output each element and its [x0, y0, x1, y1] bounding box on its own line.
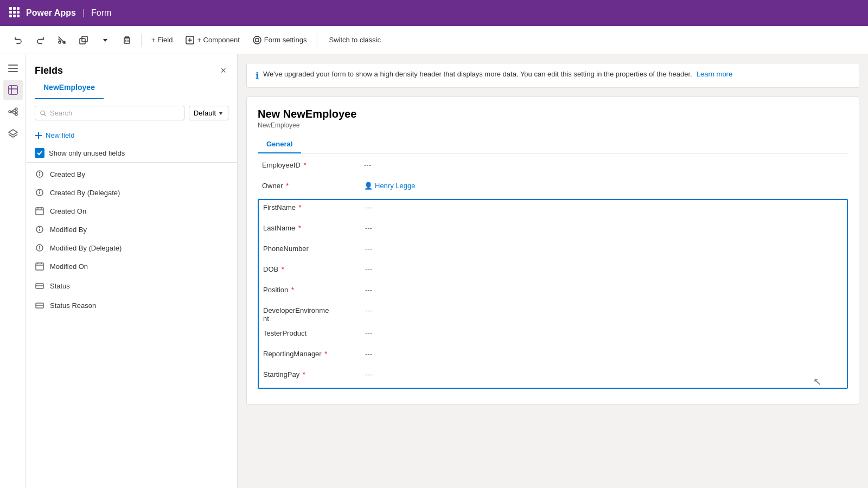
svg-point-54 — [40, 228, 40, 228]
form-row-employeeid: EmployeeID * --- — [258, 158, 848, 178]
nav-hamburger[interactable] — [3, 59, 23, 78]
show-unused-row: Show only unused fields — [26, 144, 237, 163]
add-component-button[interactable]: + Component — [180, 33, 245, 48]
nav-tree[interactable] — [3, 102, 23, 121]
toolbar-sep-1 — [141, 34, 142, 47]
entity-tab-container: NewEmployee — [26, 83, 237, 99]
form-field-name-employeeid: EmployeeID * — [262, 161, 360, 169]
topbar: Power Apps | Form — [0, 0, 868, 26]
form-field-name-startingpay: StartingPay * — [263, 370, 361, 378]
fields-panel-header: Fields × — [26, 54, 237, 83]
svg-point-32 — [15, 113, 17, 115]
field-label-modified-by: Modified By — [50, 226, 228, 234]
grid-icon — [9, 7, 20, 20]
info-icon-created-by-delegate — [35, 188, 44, 197]
required-mark-owner: * — [286, 182, 289, 190]
form-row-dob: DOB * --- — [259, 262, 847, 282]
svg-rect-0 — [9, 7, 12, 10]
svg-rect-13 — [82, 36, 87, 42]
form-row-reportingmanager: ReportingManager * --- — [259, 346, 847, 367]
search-input[interactable] — [50, 109, 180, 117]
field-item-modified-on[interactable]: Modified On — [26, 257, 237, 275]
rect-icon-status-reason — [35, 300, 44, 310]
svg-point-30 — [15, 108, 17, 110]
info-icon-modified-by — [35, 224, 44, 234]
rect-icon-status — [35, 281, 44, 291]
toolbar-sep-2 — [317, 34, 317, 47]
form-field-name-position: Position * — [263, 286, 361, 294]
field-item-modified-by-delegate[interactable]: Modified By (Delegate) — [26, 239, 237, 257]
delete-button[interactable] — [117, 33, 137, 48]
field-label-modified-on: Modified On — [50, 262, 228, 271]
form-field-name-developerenvironment: DeveloperEnvironment — [263, 306, 361, 323]
svg-rect-26 — [9, 86, 17, 94]
search-box[interactable] — [35, 106, 184, 120]
field-label-created-on: Created On — [50, 207, 228, 215]
info-banner-icon: ℹ — [256, 70, 259, 81]
form-row-position: Position * --- — [259, 282, 847, 303]
info-icon-modified-by-delegate — [35, 243, 44, 253]
fields-close-button[interactable]: × — [218, 63, 228, 79]
nav-layers[interactable] — [3, 124, 23, 143]
form-tabs: General — [258, 136, 848, 153]
svg-rect-25 — [8, 71, 18, 72]
plus-icon — [35, 132, 42, 139]
form-field-name-firstname: FirstName * — [263, 203, 361, 211]
tab-general[interactable]: General — [258, 136, 301, 153]
left-nav — [0, 54, 26, 488]
form-fields-area: EmployeeID * --- Owner * 👤 Henry Legge — [258, 153, 848, 393]
dropdown-button[interactable] — [95, 33, 115, 48]
form-row-developerenvironment: DeveloperEnvironment --- — [259, 303, 847, 326]
form-field-value-dob: --- — [365, 265, 843, 273]
main-area: Fields × NewEmployee Default New field S… — [0, 54, 868, 488]
required-mark-reportingmanager: * — [324, 350, 327, 358]
svg-marker-36 — [9, 130, 17, 135]
show-unused-label: Show only unused fields — [49, 149, 125, 157]
show-unused-checkbox[interactable] — [35, 148, 44, 158]
form-field-value-position: --- — [365, 286, 843, 294]
nav-fields[interactable] — [3, 80, 23, 100]
form-field-value-developerenvironment: --- — [365, 306, 843, 314]
switch-to-classic-button[interactable]: Switch to classic — [324, 33, 386, 47]
form-field-value-owner: 👤 Henry Legge — [364, 182, 844, 190]
add-field-button[interactable]: + Field — [146, 33, 178, 47]
svg-point-9 — [59, 41, 61, 43]
field-item-modified-by[interactable]: Modified By — [26, 220, 237, 239]
svg-rect-7 — [13, 15, 16, 17]
form-field-value-firstname: --- — [365, 203, 843, 211]
fields-panel: Fields × NewEmployee Default New field S… — [26, 54, 238, 488]
svg-rect-22 — [256, 38, 259, 42]
form-selected-section: FirstName * --- LastName * --- PhoneNumb… — [258, 199, 848, 389]
fields-panel-title: Fields — [35, 65, 63, 76]
undo-button[interactable] — [9, 33, 28, 48]
search-icon — [40, 110, 47, 117]
form-row-lastname: LastName * --- — [259, 221, 847, 241]
new-field-button[interactable]: New field — [26, 127, 237, 144]
entity-label[interactable]: NewEmployee — [35, 83, 104, 99]
redo-button[interactable] — [30, 33, 50, 48]
svg-line-38 — [44, 114, 46, 116]
svg-rect-4 — [13, 11, 16, 14]
required-mark-employeeid: * — [303, 161, 306, 169]
field-label-modified-by-delegate: Modified By (Delegate) — [50, 244, 228, 252]
form-settings-button[interactable]: Form settings — [247, 33, 312, 48]
form-subtitle: NewEmployee — [258, 121, 848, 129]
field-item-created-by-delegate[interactable]: Created By (Delegate) — [26, 183, 237, 202]
form-row-testerproduct: TesterProduct --- — [259, 326, 847, 346]
info-banner-text: We've upgraded your form to show a high … — [263, 70, 692, 78]
field-item-created-on[interactable]: Created On — [26, 202, 237, 220]
field-item-created-by[interactable]: Created By — [26, 165, 237, 183]
learn-more-link[interactable]: Learn more — [697, 70, 732, 78]
toolbar: + Field + Component Form settings Switch… — [0, 26, 868, 54]
form-field-name-dob: DOB * — [263, 265, 361, 273]
svg-point-57 — [40, 246, 40, 247]
fields-list: Created By Created By (Delegate) Created… — [26, 163, 237, 488]
field-item-status[interactable]: Status ··· — [26, 275, 237, 296]
new-field-label: New field — [46, 131, 74, 139]
filter-select[interactable]: Default — [189, 106, 228, 120]
copy-button[interactable] — [74, 33, 93, 48]
cut-button[interactable] — [52, 33, 72, 48]
field-item-status-reason[interactable]: Status Reason — [26, 296, 237, 314]
chevron-down-icon — [218, 111, 224, 116]
required-mark-position: * — [291, 286, 294, 294]
